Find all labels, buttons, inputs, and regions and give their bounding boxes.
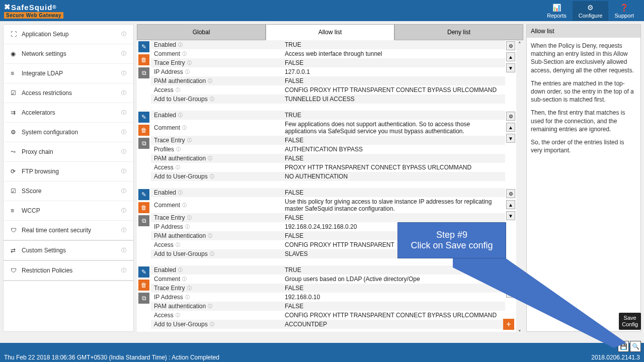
- entry-row: Comment ⓘAccess web interface through tu…: [151, 49, 505, 58]
- reports-button[interactable]: 📊 Reports: [541, 1, 573, 21]
- info-icon: ⓘ: [178, 190, 183, 196]
- edit-entry-button[interactable]: ✎: [138, 266, 149, 278]
- sidebar-item-wccp[interactable]: ≡WCCPⓘ: [4, 201, 133, 221]
- sidebar-item-access-restrictions[interactable]: ☑Access restrictionsⓘ: [4, 83, 133, 103]
- entry-row: Trace Entry ⓘFALSE: [151, 213, 505, 222]
- move-up-button[interactable]: ▲: [506, 278, 515, 287]
- registered-mark: ®: [52, 5, 56, 10]
- add-entry-button[interactable]: +: [503, 319, 514, 330]
- sidebar-item-system-configuration[interactable]: ⚙System configurationⓘ: [4, 123, 133, 142]
- sidebar-item-label: Application Setup: [22, 31, 68, 38]
- sidebar-item-restriction-policies[interactable]: 🛡Restriction Policiesⓘ: [4, 261, 133, 281]
- save-config-button[interactable]: 💾: [618, 341, 629, 352]
- copy-entry-button[interactable]: ⧉: [138, 215, 149, 226]
- entry-row: Enabled ⓘTRUE: [151, 40, 505, 49]
- collapse-toggle[interactable]: ˄˅: [516, 40, 523, 332]
- move-down-button[interactable]: ▼: [506, 289, 515, 298]
- configure-label: Configure: [579, 13, 603, 19]
- info-icon: ⓘ: [187, 285, 192, 292]
- entry-settings-button[interactable]: ⚙: [506, 266, 515, 276]
- edit-entry-button[interactable]: ✎: [138, 112, 149, 123]
- delete-entry-button[interactable]: 🗑: [138, 125, 149, 136]
- tab-allow-list[interactable]: Allow list: [266, 24, 394, 40]
- entry-key: Trace Entry ⓘ: [151, 58, 282, 67]
- tab-global[interactable]: Global: [137, 24, 266, 40]
- support-label: Support: [614, 13, 634, 19]
- entry-value: PROXY HTTP TRANSPARENT CONNECT BYPASS UR…: [282, 163, 505, 172]
- info-icon: ⓘ: [187, 60, 192, 66]
- sidebar-item-label: Real time content security: [22, 227, 91, 234]
- entry-key: Enabled ⓘ: [151, 188, 282, 197]
- entry-value: TRUE: [282, 40, 505, 49]
- sidebar: ⛶Application Setupⓘ◉Network settingsⓘ≡In…: [3, 24, 134, 332]
- entry-value: TRUE: [282, 111, 505, 120]
- delete-entry-button[interactable]: 🗑: [138, 202, 149, 213]
- configure-button[interactable]: ⚙ Configure: [573, 1, 609, 21]
- info-icon: ⓘ: [187, 137, 192, 144]
- sidebar-item-network-settings[interactable]: ◉Network settingsⓘ: [4, 44, 133, 64]
- entry-tools: ✎🗑⧉: [137, 188, 151, 258]
- sidebar-item-application-setup[interactable]: ⛶Application Setupⓘ: [4, 25, 133, 44]
- search-button[interactable]: 🔍: [630, 341, 641, 352]
- sidebar-item-real-time-content-security[interactable]: 🛡Real time content securityⓘ: [4, 221, 133, 241]
- entry-key: Enabled ⓘ: [151, 40, 282, 49]
- entry-settings-button[interactable]: ⚙: [506, 189, 515, 198]
- info-icon: ⓘ: [210, 251, 214, 257]
- entry-tools: ✎🗑⧉: [137, 40, 151, 104]
- edit-entry-button[interactable]: ✎: [138, 41, 149, 52]
- entry-key: Comment ⓘ: [151, 120, 282, 136]
- edit-entry-button[interactable]: ✎: [138, 189, 149, 200]
- center-panel: Global Allow list Deny list ✎🗑⧉Enabled ⓘ…: [137, 24, 523, 332]
- copy-entry-button[interactable]: ⧉: [138, 67, 149, 78]
- sidebar-icon: 🛡: [11, 227, 18, 234]
- help-title: Allow list: [527, 25, 640, 38]
- entry-settings-button[interactable]: ⚙: [506, 41, 515, 50]
- entry-row: Access ⓘCONFIG PROXY HTTP TRANSPARENT CO…: [151, 311, 505, 320]
- move-up-button[interactable]: ▲: [506, 52, 515, 61]
- sidebar-item-integrate-ldap[interactable]: ≡Integrate LDAPⓘ: [4, 64, 133, 83]
- info-icon: ⓘ: [182, 125, 187, 131]
- delete-entry-button[interactable]: 🗑: [138, 280, 149, 291]
- move-down-button[interactable]: ▼: [506, 211, 515, 220]
- info-icon: ⓘ: [187, 215, 192, 221]
- sidebar-item-sscore[interactable]: ☑SScoreⓘ: [4, 182, 133, 201]
- sidebar-icon: ⛶: [11, 31, 18, 38]
- copy-entry-button[interactable]: ⧉: [138, 138, 149, 149]
- entry-value: FALSE: [282, 154, 505, 163]
- brand-name: SafeSquid: [11, 3, 52, 12]
- configure-icon: ⚙: [587, 4, 594, 12]
- entry-key: Profiles ⓘ: [151, 145, 282, 154]
- sidebar-item-proxy-chain[interactable]: ⤳Proxy chainⓘ: [4, 142, 133, 162]
- entry: ✎🗑⧉Enabled ⓘTRUEComment ⓘAccess web inte…: [137, 40, 516, 104]
- entry-key: Add to User-Groups ⓘ: [151, 249, 282, 258]
- sidebar-item-accelerators[interactable]: ⇉Acceleratorsⓘ: [4, 103, 133, 123]
- entry-row: IP Address ⓘ127.0.0.1: [151, 67, 505, 76]
- entry-grid: Enabled ⓘTRUEComment ⓘFew applications d…: [151, 111, 505, 181]
- move-down-button[interactable]: ▼: [506, 63, 515, 72]
- move-up-button[interactable]: ▲: [506, 123, 515, 132]
- sidebar-item-custom-settings[interactable]: ⇄Custom Settingsⓘ: [4, 241, 133, 261]
- move-down-button[interactable]: ▼: [506, 134, 515, 143]
- entry-key: Trace Entry ⓘ: [151, 213, 282, 222]
- support-button[interactable]: ❓ Support: [608, 1, 640, 21]
- entry-key: Add to User-Groups ⓘ: [151, 320, 282, 329]
- move-up-button[interactable]: ▲: [506, 200, 515, 209]
- copy-entry-button[interactable]: ⧉: [138, 293, 149, 304]
- entry-row: Add to User-Groups ⓘACCOUNTDEP: [151, 320, 505, 329]
- reports-icon: 📊: [552, 4, 561, 12]
- info-icon: ⓘ: [210, 96, 214, 103]
- info-icon: ⓘ: [121, 129, 126, 136]
- entry-value: TRUE: [282, 265, 505, 275]
- entry-side-controls: ⚙▲▼: [505, 40, 516, 104]
- delete-entry-button[interactable]: 🗑: [138, 54, 149, 65]
- entry-settings-button[interactable]: ⚙: [506, 112, 515, 121]
- entry-grid: Enabled ⓘTRUEComment ⓘGroup users based …: [151, 265, 505, 329]
- wrench-icon: ✖: [4, 3, 11, 12]
- sidebar-item-label: Integrate LDAP: [22, 70, 63, 77]
- sidebar-item-ftp-browsing[interactable]: ⟳FTP browsingⓘ: [4, 162, 133, 182]
- entry-key: Add to User-Groups ⓘ: [151, 172, 282, 181]
- entry-key: IP Address ⓘ: [151, 67, 282, 76]
- entry-tools: ✎🗑⧉: [137, 111, 151, 181]
- entry-key: Access ⓘ: [151, 85, 282, 95]
- tab-deny-list[interactable]: Deny list: [394, 24, 523, 40]
